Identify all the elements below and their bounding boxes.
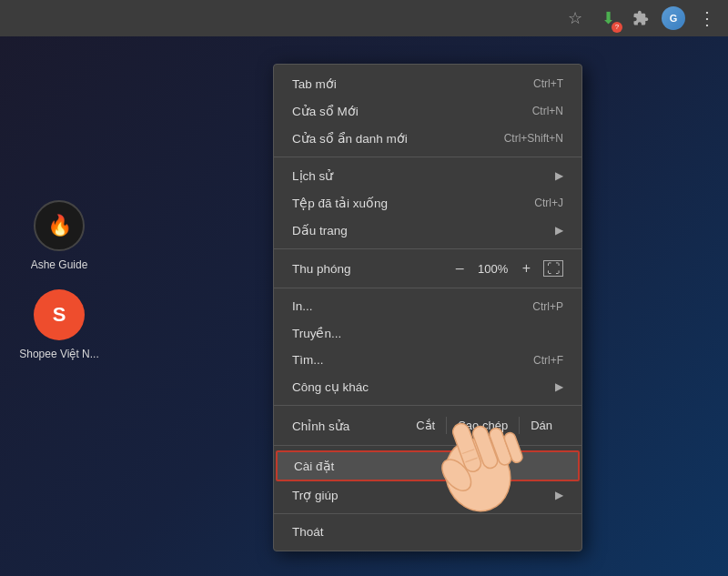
menu-label-bookmarks: Dấu trang [292,223,348,237]
menu-label-new-incognito: Cửa sổ ẩn danh mới [292,131,408,146]
paste-btn[interactable]: Dán [520,417,563,434]
ashe-guide-label: Ashe Guide [31,258,88,271]
separator-3 [274,288,581,288]
separator-4 [274,405,581,406]
zoom-minus-btn[interactable]: – [452,260,468,277]
browser-top-bar: ☆ ⬇ G ⋮ [0,0,728,36]
extension-icon[interactable] [628,5,653,31]
menu-item-history[interactable]: Lịch sử ▶ [274,162,581,189]
user-avatar: G [662,6,685,30]
menu-item-more-tools[interactable]: Công cụ khác ▶ [274,373,581,400]
menu-label-find: Tìm... [292,353,324,367]
shopee-label: Shopee Việt N... [19,348,99,360]
menu-label-cast: Truyền... [292,326,341,340]
shopee-icon: S [34,289,85,340]
separator-1 [274,157,581,157]
menu-label-new-window: Cửa sổ Mới [292,104,359,118]
arrow-more-tools: ▶ [555,380,563,393]
bookmarks-area: 🔥 Ashe Guide S Shopee Việt N... [18,200,100,360]
menu-item-print[interactable]: In... Ctrl+P [274,293,581,319]
menu-item-find[interactable]: Tìm... Ctrl+F [274,347,581,373]
arrow-history: ▶ [555,169,563,182]
shortcut-downloads: Ctrl+J [534,197,563,209]
shortcut-find: Ctrl+F [533,354,563,367]
menu-item-new-tab[interactable]: Tab mới Ctrl+T [274,70,581,97]
arrow-bookmarks: ▶ [555,224,563,237]
menu-item-new-incognito[interactable]: Cửa sổ ẩn danh mới Ctrl+Shift+N [274,125,581,152]
menu-item-downloads[interactable]: Tệp đã tải xuống Ctrl+J [274,189,581,217]
zoom-fullscreen-btn[interactable]: ⛶ [543,260,563,277]
download-icon[interactable]: ⬇ [595,5,621,31]
menu-item-exit[interactable]: Thoát [274,519,581,545]
shortcut-new-tab: Ctrl+T [533,77,563,90]
menu-label-history: Lịch sử [292,168,333,183]
menu-item-cast[interactable]: Truyền... [274,319,581,347]
avatar-icon[interactable]: G [661,5,686,31]
ashe-guide-icon: 🔥 [34,200,85,251]
zoom-label: Thu phóng [292,262,351,276]
bookmark-ashe-guide[interactable]: 🔥 Ashe Guide [18,200,100,271]
menu-item-zoom[interactable]: Thu phóng – 100% + ⛶ [274,254,581,283]
bookmark-shopee[interactable]: S Shopee Việt N... [18,289,100,360]
menu-label-settings: Cài đặt [294,459,334,473]
menu-item-help[interactable]: Trợ giúp ▶ [274,481,581,509]
edit-actions: Cắt Sao chép Dán [405,417,563,434]
menu-item-new-window[interactable]: Cửa sổ Mới Ctrl+N [274,97,581,125]
menu-label-exit: Thoát [292,525,324,539]
menu-item-bookmarks[interactable]: Dấu trang ▶ [274,217,581,244]
arrow-help: ▶ [555,489,563,501]
zoom-controls: – 100% + ⛶ [452,260,563,277]
menu-icon[interactable]: ⋮ [693,5,719,31]
menu-label-more-tools: Công cụ khác [292,379,369,394]
context-menu: Tab mới Ctrl+T Cửa sổ Mới Ctrl+N Cửa sổ … [273,64,582,551]
menu-item-edit[interactable]: Chỉnh sửa Cắt Sao chép Dán [274,410,581,440]
separator-6 [274,513,581,514]
menu-label-new-tab: Tab mới [292,76,337,91]
shortcut-new-incognito: Ctrl+Shift+N [504,132,563,145]
separator-2 [274,248,581,249]
star-icon[interactable]: ☆ [562,5,588,31]
separator-5 [274,445,581,446]
menu-label-edit: Chỉnh sửa [292,419,405,433]
menu-label-help: Trợ giúp [292,488,339,502]
copy-btn[interactable]: Sao chép [447,417,520,434]
main-content: 🔥 Ashe Guide S Shopee Việt N... Tab mới … [0,36,728,576]
zoom-plus-btn[interactable]: + [519,260,534,277]
menu-item-settings[interactable]: Cài đặt [276,450,580,481]
shortcut-new-window: Ctrl+N [532,105,563,117]
shortcut-print: Ctrl+P [532,300,563,313]
menu-label-downloads: Tệp đã tải xuống [292,196,388,210]
zoom-value-display: 100% [477,262,510,276]
cut-btn[interactable]: Cắt [405,417,447,434]
menu-label-print: In... [292,299,313,313]
